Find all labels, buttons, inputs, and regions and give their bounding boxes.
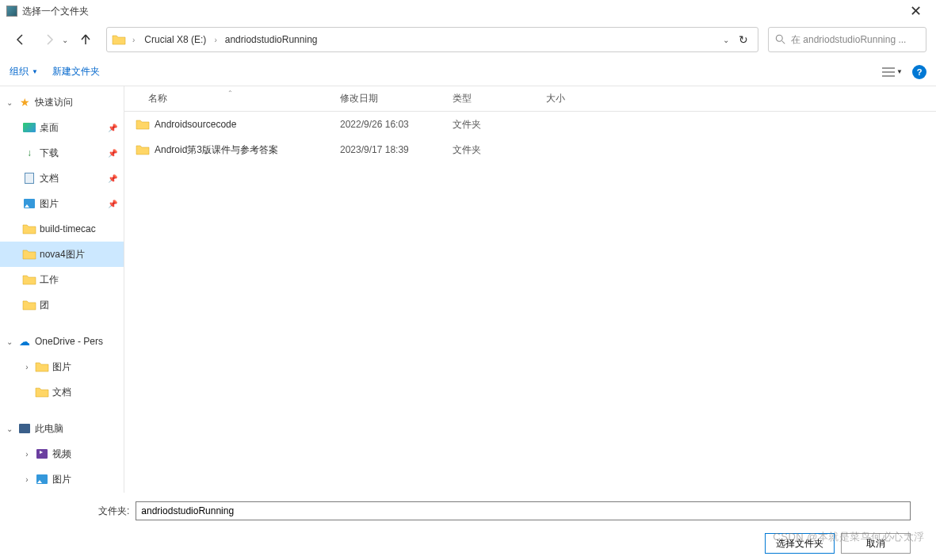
folder-icon: [112, 34, 126, 45]
navigation-bar: ⌄ › Crucial X8 (E:) › andriodstudioRunni…: [0, 22, 936, 57]
pictures-icon: [36, 474, 48, 484]
file-type: 文件夹: [445, 118, 538, 131]
file-name: Android第3版课件与参考答案: [155, 143, 278, 157]
file-row[interactable]: Androidsourcecode 2022/9/26 16:03 文件夹: [124, 112, 936, 137]
file-row[interactable]: Android第3版课件与参考答案 2023/9/17 18:39 文件夹: [124, 137, 936, 162]
new-folder-button[interactable]: 新建文件夹: [52, 65, 100, 78]
search-box[interactable]: 在 andriodstudioRunning ...: [768, 27, 926, 52]
file-date: 2022/9/26 16:03: [332, 119, 445, 130]
folder-input[interactable]: [136, 501, 911, 520]
folder-icon: [136, 144, 150, 155]
file-type: 文件夹: [445, 143, 538, 157]
search-placeholder: 在 andriodstudioRunning ...: [791, 33, 906, 47]
folder-icon: [35, 386, 49, 398]
folder-label: 文件夹:: [98, 505, 129, 518]
chevron-right-icon[interactable]: ›: [22, 363, 32, 371]
pin-icon: 📌: [108, 124, 117, 132]
column-size[interactable]: 大小: [538, 92, 600, 105]
folder-icon: [22, 223, 36, 235]
footer: 文件夹: 选择文件夹 取消: [0, 493, 936, 560]
tree-work[interactable]: 工作: [0, 267, 124, 292]
address-dropdown[interactable]: ⌄: [723, 36, 729, 44]
titlebar: 选择一个文件夹 ✕: [0, 0, 936, 22]
breadcrumb: Crucial X8 (E:) › andriodstudioRunning: [141, 31, 718, 48]
pin-icon: 📌: [108, 149, 117, 158]
file-list[interactable]: Androidsourcecode 2022/9/26 16:03 文件夹 An…: [124, 112, 936, 493]
pc-icon: [19, 424, 30, 433]
history-dropdown[interactable]: ⌄: [62, 36, 68, 44]
star-icon: ★: [17, 96, 32, 109]
cancel-button[interactable]: 取消: [841, 533, 911, 554]
tree-videos[interactable]: › 视频: [0, 441, 124, 467]
pictures-icon: [24, 199, 35, 208]
up-button[interactable]: [74, 29, 97, 51]
back-button[interactable]: [10, 29, 32, 51]
search-icon: [775, 34, 786, 45]
breadcrumb-item-drive[interactable]: Crucial X8 (E:): [141, 31, 209, 48]
breadcrumb-item-folder[interactable]: andriodstudioRunning: [222, 31, 321, 48]
onedrive-icon: ☁: [17, 335, 32, 348]
folder-icon: [22, 248, 36, 261]
tree-quick-access[interactable]: ⌄ ★ 快速访问: [0, 90, 124, 115]
toolbar: 组织 ▼ 新建文件夹 ▼ ?: [0, 57, 936, 86]
tree-downloads[interactable]: ↓ 下载 📌: [0, 140, 124, 166]
refresh-button[interactable]: ↻: [739, 33, 748, 46]
pin-icon: 📌: [108, 200, 117, 208]
file-date: 2023/9/17 18:39: [332, 144, 445, 155]
folder-icon: [22, 299, 36, 311]
folder-icon: [136, 119, 150, 130]
tree-onedrive[interactable]: ⌄ ☁ OneDrive - Pers: [0, 329, 124, 354]
desktop-icon: [23, 123, 36, 132]
folder-icon: [35, 360, 49, 373]
chevron-down-icon[interactable]: ⌄: [5, 337, 14, 346]
file-name: Androidsourcecode: [155, 119, 236, 130]
download-icon: ↓: [22, 147, 36, 159]
tree-desktop[interactable]: 桌面 📌: [0, 115, 124, 140]
chevron-down-icon: ▼: [896, 68, 903, 75]
file-list-area: 名称 ⌃ 修改日期 类型 大小 Androidsourcecode 2022/9…: [124, 86, 936, 493]
chevron-right-icon[interactable]: ›: [22, 450, 32, 459]
forward-button[interactable]: [38, 29, 60, 51]
tree-od-documents[interactable]: › 文档: [0, 379, 124, 405]
select-folder-button[interactable]: 选择文件夹: [765, 533, 835, 554]
chevron-down-icon[interactable]: ⌄: [5, 425, 14, 433]
column-date[interactable]: 修改日期: [332, 92, 445, 105]
chevron-right-icon: ›: [132, 36, 135, 44]
chevron-down-icon: ▼: [32, 68, 38, 75]
main-area: ⌄ ★ 快速访问 桌面 📌 ↓ 下载 📌 文档 📌 图片 📌 build-tim…: [0, 86, 936, 493]
sidebar[interactable]: ⌄ ★ 快速访问 桌面 📌 ↓ 下载 📌 文档 📌 图片 📌 build-tim…: [0, 86, 124, 493]
tree-build-timecache[interactable]: build-timecac: [0, 216, 124, 242]
chevron-down-icon[interactable]: ⌄: [5, 98, 14, 107]
organize-button[interactable]: 组织 ▼: [10, 65, 38, 78]
window-title: 选择一个文件夹: [22, 5, 89, 18]
folder-icon: [22, 273, 36, 286]
document-icon: [25, 173, 34, 184]
sort-indicator-icon: ⌃: [227, 90, 233, 97]
tree-tuan[interactable]: 团: [0, 292, 124, 318]
tree-od-pictures[interactable]: › 图片: [0, 354, 124, 379]
pin-icon: 📌: [108, 174, 117, 183]
chevron-right-icon[interactable]: ›: [22, 475, 32, 484]
view-options-button[interactable]: ▼: [882, 67, 903, 77]
chevron-right-icon: ›: [214, 36, 216, 44]
svg-line-1: [782, 41, 785, 44]
tree-this-pc[interactable]: ⌄ 此电脑: [0, 416, 124, 441]
svg-point-0: [776, 35, 782, 41]
address-bar[interactable]: › Crucial X8 (E:) › andriodstudioRunning…: [106, 27, 758, 52]
column-header-row: 名称 ⌃ 修改日期 类型 大小: [124, 86, 936, 112]
video-icon: [36, 449, 48, 459]
tree-nova4[interactable]: nova4图片: [0, 242, 124, 267]
column-name[interactable]: 名称 ⌃: [124, 92, 332, 105]
tree-pc-pictures[interactable]: › 图片: [0, 467, 124, 492]
app-icon: [6, 6, 17, 17]
column-type[interactable]: 类型: [445, 92, 538, 105]
help-button[interactable]: ?: [912, 65, 926, 79]
tree-pictures[interactable]: 图片 📌: [0, 191, 124, 216]
close-button[interactable]: ✕: [902, 2, 930, 20]
tree-documents[interactable]: 文档 📌: [0, 166, 124, 191]
